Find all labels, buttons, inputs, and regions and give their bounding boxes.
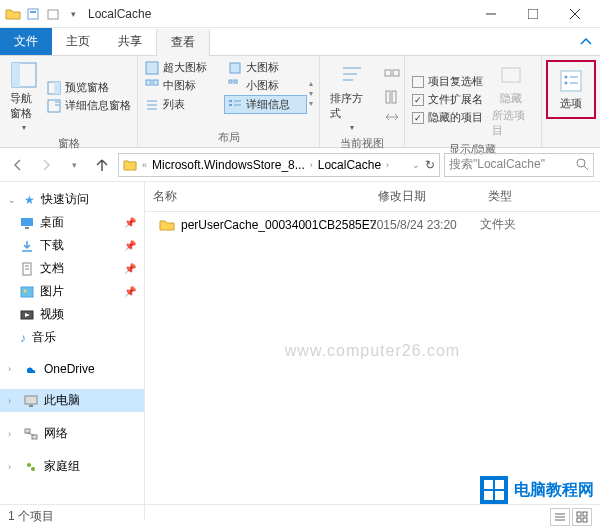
onedrive-icon: [24, 362, 38, 376]
svg-rect-17: [153, 80, 158, 85]
svg-line-42: [584, 166, 588, 170]
svg-rect-30: [385, 70, 391, 76]
sidebar-music[interactable]: ♪音乐: [0, 326, 144, 349]
svg-rect-18: [229, 80, 232, 83]
column-name[interactable]: 名称: [145, 182, 370, 211]
file-name: perUserCache_00034001CB2585E7: [181, 218, 376, 232]
item-count: 1 个项目: [8, 508, 54, 525]
group-by-icon[interactable]: [384, 69, 400, 85]
navigation-pane-button[interactable]: 导航窗格 ▾: [4, 59, 44, 134]
xl-icons-icon: [145, 61, 159, 75]
back-button[interactable]: [6, 153, 30, 177]
sidebar-homegroup[interactable]: ›家庭组: [0, 455, 144, 478]
ribbon-collapse-button[interactable]: [572, 28, 600, 55]
minimize-button[interactable]: [470, 1, 512, 27]
address-dropdown[interactable]: ⌄: [409, 160, 423, 170]
column-date[interactable]: 修改日期: [370, 182, 480, 211]
details-pane-button[interactable]: 详细信息窗格: [44, 97, 134, 114]
svg-rect-0: [28, 9, 38, 19]
svg-rect-25: [229, 104, 232, 106]
up-button[interactable]: [90, 153, 114, 177]
pc-icon: [24, 394, 38, 408]
tab-file[interactable]: 文件: [0, 28, 52, 55]
svg-rect-43: [21, 218, 33, 226]
sidebar-downloads[interactable]: 下载📌: [0, 234, 144, 257]
desktop-icon: [20, 216, 34, 230]
sidebar-videos[interactable]: 视频: [0, 303, 144, 326]
layout-details[interactable]: 详细信息: [224, 95, 308, 114]
layout-expand[interactable]: ▾: [309, 99, 313, 108]
qat-dropdown-icon[interactable]: ▾: [64, 5, 82, 23]
expand-icon[interactable]: ›: [8, 462, 18, 472]
ribbon: 导航窗格 ▾ 预览窗格 详细信息窗格 窗格 超大图标 大图标: [0, 56, 600, 148]
sidebar-pictures[interactable]: 图片📌: [0, 280, 144, 303]
file-date: 2015/8/24 23:20: [370, 218, 480, 232]
forward-button[interactable]: [34, 153, 58, 177]
tab-share[interactable]: 共享: [104, 28, 156, 55]
star-icon: ★: [24, 193, 35, 207]
svg-point-37: [565, 76, 568, 79]
layout-l-icons[interactable]: 大图标: [225, 59, 308, 76]
folder-icon: [123, 158, 137, 172]
sidebar-desktop[interactable]: 桌面📌: [0, 211, 144, 234]
options-button[interactable]: 选项: [550, 64, 592, 115]
hidden-items-toggle[interactable]: ✓隐藏的项目: [409, 109, 486, 126]
layout-xl-icons[interactable]: 超大图标: [142, 59, 225, 76]
chevron-right-icon[interactable]: ›: [307, 160, 316, 170]
hide-selected-button[interactable]: 隐藏 所选项目: [486, 59, 537, 140]
expand-icon[interactable]: ⌄: [8, 195, 18, 205]
sidebar-onedrive[interactable]: ›OneDrive: [0, 359, 144, 379]
expand-icon[interactable]: ›: [8, 364, 18, 374]
chevron-left-icon[interactable]: «: [139, 160, 150, 170]
chevron-right-icon[interactable]: ›: [383, 160, 392, 170]
search-placeholder: 搜索"LocalCache": [449, 156, 545, 173]
details-icon: [228, 98, 242, 112]
preview-pane-icon: [47, 81, 61, 95]
refresh-button[interactable]: ↻: [425, 158, 435, 172]
breadcrumb-segment[interactable]: Microsoft.WindowsStore_8...: [152, 158, 305, 172]
svg-point-57: [31, 467, 35, 471]
sort-by-button[interactable]: 排序方式 ▾: [324, 59, 379, 134]
pictures-icon: [20, 285, 34, 299]
column-type[interactable]: 类型: [480, 182, 600, 211]
breadcrumb-segment[interactable]: LocalCache: [318, 158, 381, 172]
qat-properties-icon[interactable]: [24, 5, 42, 23]
search-input[interactable]: 搜索"LocalCache": [444, 153, 594, 177]
svg-point-49: [24, 289, 27, 292]
options-icon: [558, 68, 584, 94]
ribbon-tabs: 文件 主页 共享 查看: [0, 28, 600, 56]
sidebar-network[interactable]: ›网络: [0, 422, 144, 445]
qat-newfolder-icon[interactable]: [44, 5, 62, 23]
windows-logo-icon: [480, 476, 508, 504]
tab-view[interactable]: 查看: [156, 29, 210, 56]
svg-rect-53: [25, 429, 30, 433]
sidebar-documents[interactable]: 文档📌: [0, 257, 144, 280]
file-list: 名称 修改日期 类型 perUserCache_00034001CB2585E7…: [145, 182, 600, 520]
add-columns-icon[interactable]: [384, 89, 400, 105]
close-button[interactable]: [554, 1, 596, 27]
sidebar-quick-access[interactable]: ⌄★快速访问: [0, 188, 144, 211]
expand-icon[interactable]: ›: [8, 396, 18, 406]
layout-scroll-down[interactable]: ▾: [309, 89, 313, 98]
layout-s-icons[interactable]: 小图标: [225, 77, 308, 94]
brand-overlay: 电脑教程网: [480, 476, 594, 504]
size-columns-icon[interactable]: [384, 109, 400, 125]
view-details-button[interactable]: [550, 508, 570, 526]
breadcrumb[interactable]: « Microsoft.WindowsStore_8... › LocalCac…: [118, 153, 440, 177]
brand-text: 电脑教程网: [514, 480, 594, 501]
tab-home[interactable]: 主页: [52, 28, 104, 55]
file-extensions-toggle[interactable]: ✓文件扩展名: [409, 91, 486, 108]
layout-list[interactable]: 列表: [142, 95, 224, 114]
layout-scroll-up[interactable]: ▴: [309, 79, 313, 88]
maximize-button[interactable]: [512, 1, 554, 27]
item-checkboxes-toggle[interactable]: 项目复选框: [409, 73, 486, 90]
list-icon: [145, 98, 159, 112]
view-thumbnails-button[interactable]: [572, 508, 592, 526]
list-item[interactable]: perUserCache_00034001CB2585E7 2015/8/24 …: [145, 212, 600, 237]
navigation-sidebar: ⌄★快速访问 桌面📌 下载📌 文档📌 图片📌 视频 ♪音乐 ›OneDrive …: [0, 182, 145, 520]
sidebar-this-pc[interactable]: ›此电脑: [0, 389, 144, 412]
expand-icon[interactable]: ›: [8, 429, 18, 439]
recent-dropdown[interactable]: ▾: [62, 153, 86, 177]
layout-m-icons[interactable]: 中图标: [142, 77, 225, 94]
preview-pane-button[interactable]: 预览窗格: [44, 79, 134, 96]
